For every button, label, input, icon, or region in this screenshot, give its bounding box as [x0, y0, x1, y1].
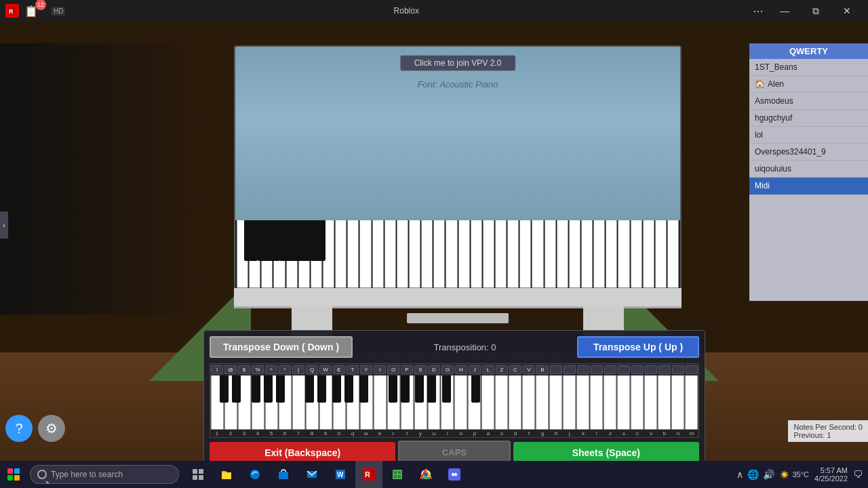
display-white-key[interactable]: [286, 220, 298, 288]
piano-black-key[interactable]: [442, 375, 451, 403]
player-item[interactable]: hgugchyuf: [749, 110, 868, 127]
taskbar-app-minecraft[interactable]: [384, 461, 411, 488]
taskbar-app-chrome[interactable]: [412, 461, 439, 488]
display-white-key[interactable]: [507, 220, 519, 288]
display-white-key[interactable]: [237, 220, 248, 288]
key-binding-lower: o: [454, 430, 468, 436]
settings-button[interactable]: ⚙: [38, 415, 65, 442]
minimize-button[interactable]: —: [769, 0, 800, 22]
search-box[interactable]: Type here to search: [30, 465, 179, 484]
player-item[interactable]: uiqouiuius: [749, 161, 868, 178]
taskbar-app-store[interactable]: [270, 461, 297, 488]
piano-black-key[interactable]: [427, 375, 436, 403]
display-white-key[interactable]: [359, 220, 371, 288]
piano-black-key[interactable]: [471, 375, 480, 403]
display-white-key[interactable]: [347, 220, 359, 288]
piano-black-key[interactable]: [359, 375, 368, 403]
taskbar-clock[interactable]: 5:57 AM 4/25/2022: [814, 466, 848, 483]
piano-black-key[interactable]: [276, 375, 285, 403]
display-white-key[interactable]: [532, 220, 543, 288]
taskbar-app-word[interactable]: W: [327, 461, 354, 488]
transpose-up-button[interactable]: Transpose Up ( Up ): [577, 336, 699, 358]
piano-black-key[interactable]: [415, 375, 424, 403]
player-item[interactable]: lol: [749, 127, 868, 144]
player-item[interactable]: Midi: [749, 178, 868, 195]
display-white-key[interactable]: [519, 220, 531, 288]
notification-center[interactable]: 🗨: [853, 469, 863, 480]
display-white-key[interactable]: [433, 220, 445, 288]
start-button[interactable]: [0, 461, 27, 488]
display-white-key[interactable]: [495, 220, 507, 288]
display-white-key[interactable]: [631, 220, 642, 288]
taskbar-app-edge[interactable]: [241, 461, 269, 488]
display-white-key[interactable]: [273, 220, 285, 288]
taskbar-app-taskview[interactable]: [184, 461, 212, 488]
piano-black-key[interactable]: [232, 375, 241, 403]
display-white-key[interactable]: [643, 220, 654, 288]
piano-black-key[interactable]: [264, 375, 273, 403]
player-item[interactable]: 1ST_Beans: [749, 59, 868, 76]
svg-rect-11: [279, 472, 288, 479]
dots-button[interactable]: ···: [747, 0, 769, 22]
display-white-key[interactable]: [593, 220, 605, 288]
exit-button[interactable]: Exit (Backspace): [210, 442, 395, 464]
help-button[interactable]: ?: [5, 415, 33, 442]
piano-black-key[interactable]: [220, 375, 229, 403]
piano-black-key[interactable]: [401, 375, 410, 403]
roblox-logo: R: [5, 4, 19, 18]
display-white-key[interactable]: [557, 220, 568, 288]
display-white-key[interactable]: [618, 220, 629, 288]
display-white-key[interactable]: [667, 220, 679, 288]
network-icon[interactable]: 🌐: [747, 469, 759, 480]
piano-black-key[interactable]: [305, 375, 314, 403]
display-white-key[interactable]: [569, 220, 580, 288]
collapse-button[interactable]: ‹: [0, 211, 8, 239]
player-name: Asmodeus: [755, 96, 793, 106]
transpose-down-button[interactable]: Transpose Down ( Down ): [210, 336, 353, 358]
key-binding-lower: y: [414, 430, 427, 436]
key-binding-lower: 3: [237, 430, 251, 436]
display-white-key[interactable]: [471, 220, 482, 288]
volume-icon[interactable]: 🔊: [763, 469, 774, 480]
svg-rect-21: [398, 475, 401, 478]
piano-black-key[interactable]: [252, 375, 260, 403]
taskbar-app-mail[interactable]: [298, 461, 326, 488]
display-white-key[interactable]: [372, 220, 384, 288]
player-item[interactable]: Asmodeus: [749, 93, 868, 110]
player-item[interactable]: 🏠Alen: [749, 76, 868, 93]
display-white-key[interactable]: [545, 220, 556, 288]
svg-rect-19: [398, 471, 401, 474]
display-white-key[interactable]: [323, 220, 334, 288]
display-white-key[interactable]: [311, 220, 322, 288]
piano-black-key[interactable]: [332, 375, 341, 403]
display-white-key[interactable]: [335, 220, 347, 288]
display-white-key[interactable]: [409, 220, 420, 288]
display-white-key[interactable]: [606, 220, 617, 288]
piano-black-key[interactable]: [317, 375, 326, 403]
taskbar-app-explorer[interactable]: [213, 461, 240, 488]
piano-black-key[interactable]: [344, 375, 353, 403]
close-button[interactable]: ✕: [831, 0, 863, 22]
display-white-key[interactable]: [261, 220, 273, 288]
display-white-key[interactable]: [483, 220, 494, 288]
dark-overlay-left: [0, 43, 203, 314]
display-white-key[interactable]: [298, 220, 310, 288]
display-white-key[interactable]: [581, 220, 593, 288]
taskbar-apps: W R: [184, 461, 468, 488]
display-white-key[interactable]: [446, 220, 457, 288]
display-white-key[interactable]: [384, 220, 396, 288]
restore-button[interactable]: ⧉: [800, 0, 831, 22]
display-white-key[interactable]: [397, 220, 408, 288]
piano-black-key[interactable]: [389, 375, 397, 403]
join-button[interactable]: Click me to join VPV 2.0: [400, 55, 516, 71]
display-white-key[interactable]: [249, 220, 260, 288]
display-white-key[interactable]: [655, 220, 667, 288]
player-item[interactable]: Overspes324401_9: [749, 144, 868, 161]
sheets-button[interactable]: Sheets (Space): [513, 442, 699, 464]
taskbar-app-discord[interactable]: [441, 461, 468, 488]
taskbar-app-roblox[interactable]: R: [355, 461, 382, 488]
key-binding-lower: t: [400, 430, 414, 436]
display-white-key[interactable]: [458, 220, 470, 288]
display-white-key[interactable]: [421, 220, 433, 288]
tray-arrow[interactable]: ∧: [736, 469, 743, 480]
